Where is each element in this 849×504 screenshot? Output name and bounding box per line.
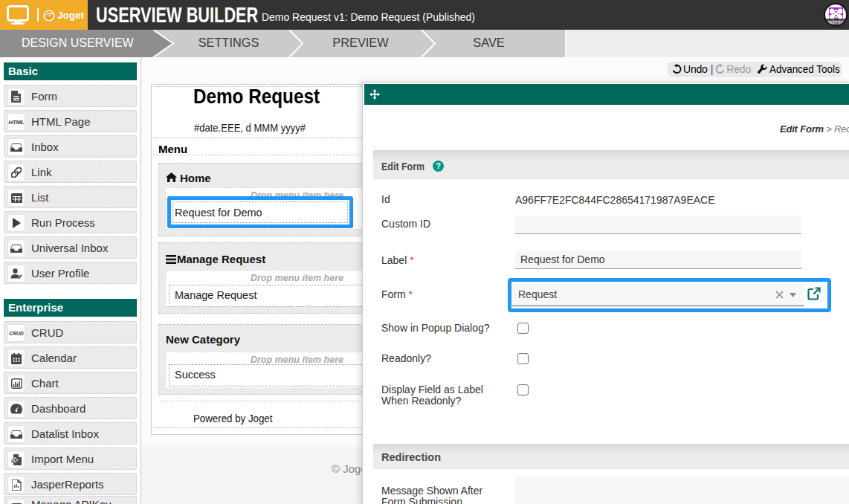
svg-text:admin: admin <box>827 19 844 25</box>
